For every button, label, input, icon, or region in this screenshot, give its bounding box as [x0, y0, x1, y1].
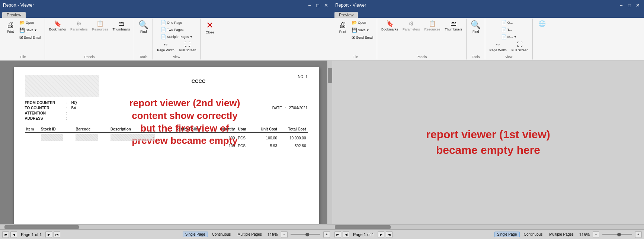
right-send-email-button[interactable]: ✉ Send Email [350, 34, 375, 41]
cell-qty-1: 100 [212, 133, 237, 143]
multiple-pages-view-button[interactable]: Multiple Pages [235, 232, 265, 237]
cell-desc-2 [109, 143, 174, 149]
close-report-button[interactable]: ✕ Close [203, 19, 217, 36]
zoom-slider-right[interactable] [602, 234, 632, 235]
cell-barcode-1 [74, 133, 109, 143]
right-open-button[interactable]: 📂 Open [350, 19, 375, 26]
right-first-page-button[interactable]: ⏮ [334, 231, 341, 238]
zoom-in-button[interactable]: + [323, 231, 330, 238]
right-find-icon: 🔍 [471, 21, 481, 29]
thumbnails-button[interactable]: 🗃 Thumbnails [111, 19, 132, 33]
page-width-button[interactable]: ↔ Page Width [155, 40, 176, 54]
right-print-icon: 🖨 [339, 21, 347, 29]
right-resources-button[interactable]: 📋 Resources [423, 19, 442, 33]
save-dropdown-icon[interactable]: ▼ [34, 29, 37, 32]
left-view-group: 📄 One Page 📄 Two Pages 📄 Multiple Pages … [153, 19, 201, 59]
right-preview-tab[interactable]: Preview [334, 12, 358, 18]
right-status-bar: ⏮ ◀ Page 1 of 1 ▶ ⏭ Single Page Continuo… [332, 229, 644, 239]
print-button[interactable]: 🖨 Print [4, 19, 17, 35]
resources-button[interactable]: 📋 Resources [90, 19, 110, 33]
doc-title: CCCC [99, 75, 298, 97]
right-file-buttons: 🖨 Print 📂 Open 💾 Save ▼ [336, 19, 375, 54]
right-tools-buttons: 🔍 Find [469, 19, 483, 54]
continuous-view-button[interactable]: Continuous [209, 232, 234, 237]
right-print-button[interactable]: 🖨 Print [336, 19, 349, 35]
right-parameters-button[interactable]: ⚙ Parameters [401, 19, 422, 33]
prev-page-button[interactable]: ◀ [10, 231, 17, 238]
right-multiple-dropdown[interactable]: ▼ [514, 35, 517, 39]
zoom-thumb-right[interactable] [617, 233, 621, 236]
left-scrollbar-thumb[interactable] [328, 68, 332, 83]
right-full-screen-button[interactable]: ⛶ Full Screen [510, 40, 531, 54]
left-h-scrollbar-thumb[interactable] [4, 225, 79, 229]
next-page-button[interactable]: ▶ [45, 231, 52, 238]
save-button[interactable]: 💾 Save ▼ [18, 27, 42, 33]
document-page: CCCC NO. 1 report viewer (2nd view) cont… [14, 67, 319, 224]
cell-unitcost-1: 100.00 [252, 133, 279, 143]
col-uom: Uom [236, 126, 252, 133]
zoom-out-button[interactable]: − [281, 231, 288, 238]
right-multiple-pages-button[interactable]: 📄 M... ▼ [500, 33, 518, 40]
multiple-pages-dropdown[interactable]: ▼ [190, 35, 193, 39]
right-find-button[interactable]: 🔍 Find [469, 19, 483, 35]
maximize-button[interactable]: □ [314, 2, 321, 9]
right-maximize-button[interactable]: □ [626, 2, 633, 9]
right-horizontal-scrollbar[interactable] [332, 224, 644, 229]
left-ribbon-tabs: Preview [0, 11, 332, 18]
right-save-dropdown[interactable]: ▼ [366, 29, 369, 32]
cell-item-1 [25, 133, 39, 143]
send-email-button[interactable]: ✉ Send Email [18, 34, 42, 41]
right-ribbon: Preview 🖨 Print 📂 Open 💾 [332, 10, 644, 61]
doc-fields: FROM COUNTER : HQ TO COUNTER : BA DATE :… [25, 101, 308, 120]
close-button[interactable]: ✕ [323, 2, 329, 9]
right-page-width-button[interactable]: ↔ Page Width [487, 40, 509, 54]
last-page-button[interactable]: ⏭ [54, 231, 60, 238]
right-zoom-out-button[interactable]: − [593, 231, 599, 238]
minimize-button[interactable]: − [306, 2, 313, 9]
right-minimize-button[interactable]: − [618, 2, 625, 9]
multiple-pages-button[interactable]: 📄 Multiple Pages ▼ [159, 33, 194, 40]
right-next-page-button[interactable]: ▶ [378, 231, 384, 238]
right-ribbon-content: 🖨 Print 📂 Open 💾 Save ▼ [332, 18, 644, 61]
right-h-scrollbar-thumb[interactable] [335, 225, 391, 229]
to-counter-colon: : [66, 106, 71, 110]
right-single-page-view-button[interactable]: Single Page [494, 232, 520, 237]
doc-header: CCCC NO. 1 [25, 75, 308, 97]
bookmarks-button[interactable]: 🔖 Bookmarks [47, 19, 68, 33]
right-close-button[interactable]: ✕ [634, 2, 641, 9]
full-screen-button[interactable]: ⛶ Full Screen [177, 40, 198, 54]
left-vertical-scrollbar[interactable] [327, 61, 332, 224]
one-page-button[interactable]: 📄 One Page [159, 19, 194, 26]
right-save-button[interactable]: 💾 Save ▼ [350, 27, 375, 33]
open-icon: 📂 [19, 20, 25, 25]
right-last-page-button[interactable]: ⏭ [386, 231, 393, 238]
zoom-slider-left[interactable] [291, 234, 320, 235]
date-colon: : [285, 106, 286, 110]
left-view-area: CCCC NO. 1 report viewer (2nd view) cont… [0, 61, 332, 229]
left-horizontal-scrollbar[interactable] [0, 224, 332, 229]
right-ribbon-tabs: Preview [332, 11, 644, 18]
right-bookmarks-button[interactable]: 🔖 Bookmarks [379, 19, 400, 33]
right-prev-page-button[interactable]: ◀ [343, 231, 349, 238]
parameters-button[interactable]: ⚙ Parameters [68, 19, 90, 33]
left-file-group: 🖨 Print 📂 Open 💾 Save ▼ [1, 19, 45, 59]
right-two-pages-button[interactable]: 📄 T... [500, 26, 518, 33]
find-icon: 🔍 [138, 21, 148, 29]
find-button[interactable]: 🔍 Find [137, 19, 150, 35]
first-page-button[interactable]: ⏮ [2, 231, 9, 238]
single-page-view-button[interactable]: Single Page [183, 232, 208, 237]
parameters-icon: ⚙ [76, 21, 81, 27]
zoom-thumb-left[interactable] [305, 233, 309, 236]
right-extra-button[interactable]: 🌐 [535, 19, 549, 29]
resources-icon: 📋 [96, 21, 104, 27]
left-preview-tab[interactable]: Preview [2, 12, 26, 18]
table-header-row: Item Stock ID Barcode Description Return… [25, 126, 308, 133]
two-pages-button[interactable]: 📄 Two Pages [159, 26, 194, 33]
right-thumbnails-button[interactable]: 🗃 Thumbnails [443, 19, 464, 33]
cell-uom-1: PCS [236, 133, 252, 143]
right-zoom-in-button[interactable]: + [635, 231, 642, 238]
right-multiple-pages-view-button[interactable]: Multiple Pages [547, 232, 576, 237]
right-one-page-button[interactable]: 📄 O... [500, 19, 518, 26]
right-continuous-view-button[interactable]: Continuous [521, 232, 545, 237]
open-button[interactable]: 📂 Open [18, 19, 42, 26]
